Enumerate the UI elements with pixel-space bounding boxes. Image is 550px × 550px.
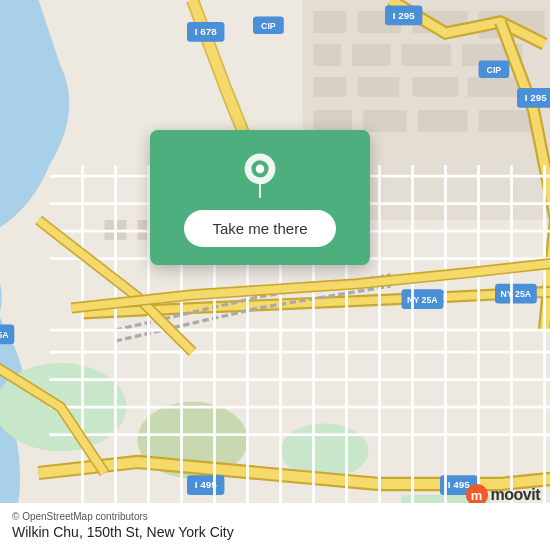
svg-text:I 295: I 295: [525, 92, 547, 103]
svg-rect-6: [314, 11, 347, 33]
svg-rect-21: [479, 110, 534, 132]
svg-text:I 295: I 295: [393, 10, 415, 21]
map-background: I 678 I 295 I 295 CIP CIP NY 25A NY 25A …: [0, 0, 550, 550]
svg-text:CIP: CIP: [487, 65, 502, 75]
take-me-there-button[interactable]: Take me there: [184, 210, 335, 247]
location-pin-icon: [236, 150, 284, 198]
svg-text:NY 25A: NY 25A: [0, 330, 9, 340]
bottom-bar: © OpenStreetMap contributors Wilkin Chu,…: [0, 503, 550, 550]
svg-point-50: [256, 165, 265, 174]
svg-rect-20: [418, 110, 468, 132]
svg-rect-15: [358, 77, 400, 97]
svg-rect-18: [314, 110, 353, 132]
destination-card: Take me there: [150, 130, 370, 265]
location-label: Wilkin Chu, 150th St, New York City: [12, 524, 538, 540]
svg-text:CIP: CIP: [261, 21, 276, 31]
map-container: I 678 I 295 I 295 CIP CIP NY 25A NY 25A …: [0, 0, 550, 550]
moovit-text: moovit: [491, 486, 540, 504]
svg-rect-14: [314, 77, 347, 97]
svg-rect-11: [352, 44, 391, 66]
map-attribution: © OpenStreetMap contributors: [12, 511, 538, 522]
svg-rect-10: [314, 44, 342, 66]
svg-rect-16: [413, 77, 459, 97]
svg-rect-19: [363, 110, 407, 132]
svg-rect-12: [402, 44, 452, 66]
svg-text:NY 25A: NY 25A: [501, 289, 532, 299]
svg-rect-17: [468, 77, 523, 97]
svg-text:I 678: I 678: [195, 26, 217, 37]
